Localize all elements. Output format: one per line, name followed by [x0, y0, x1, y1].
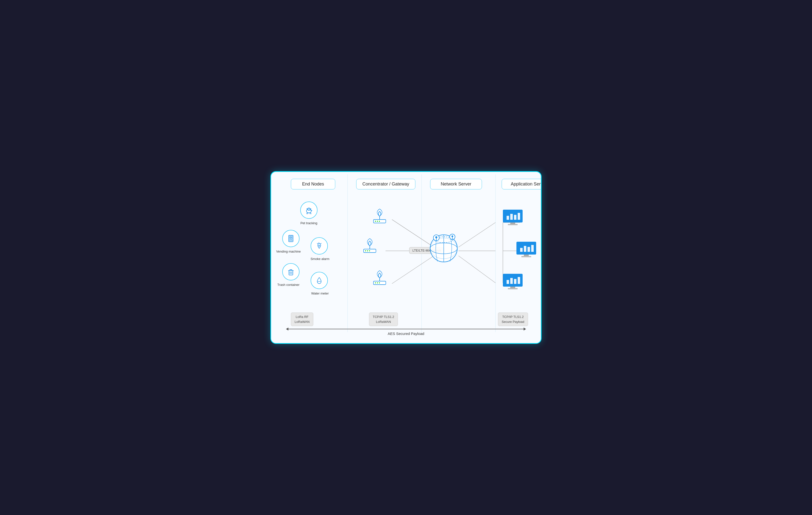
- pet-tracking-label: Pet tracking: [300, 221, 318, 225]
- section-label-app-server: TCP/IP TLS1.2 Secure Payload: [498, 313, 528, 326]
- svg-point-41: [367, 250, 368, 251]
- svg-rect-80: [508, 288, 518, 289]
- header-gateway: Concentrator / Gateway: [356, 179, 415, 189]
- svg-point-35: [375, 221, 376, 222]
- svg-line-15: [307, 209, 308, 209]
- svg-rect-24: [289, 238, 291, 239]
- svg-rect-79: [510, 287, 515, 288]
- svg-point-47: [379, 282, 380, 283]
- svg-rect-62: [518, 213, 520, 220]
- svg-point-45: [375, 282, 376, 283]
- app-monitor-3: [502, 273, 524, 292]
- header-app-label: Application Server: [511, 182, 542, 187]
- gateway-1: [370, 208, 389, 224]
- header-gateway-label: Concentrator / Gateway: [362, 182, 409, 187]
- app-monitor-1: [502, 209, 524, 228]
- svg-point-36: [377, 221, 378, 222]
- diagram-frame: End Nodes Concentrator / Gateway Network…: [270, 171, 542, 344]
- aes-arrow-line: [288, 329, 524, 329]
- svg-rect-68: [524, 246, 526, 252]
- gateway-3: [370, 269, 389, 286]
- svg-line-6: [459, 222, 495, 247]
- section-label-end-nodes: LoRa RF LoRaWAN: [291, 313, 313, 326]
- water-meter-label: Water meter: [309, 292, 331, 295]
- globe-icon: [427, 230, 461, 265]
- svg-rect-69: [527, 247, 530, 252]
- vending-machine-icon: [282, 230, 299, 247]
- trash-container-icon: [282, 263, 299, 280]
- svg-point-56: [452, 236, 453, 237]
- svg-rect-60: [510, 214, 513, 220]
- svg-line-20: [310, 213, 310, 214]
- svg-rect-26: [289, 240, 292, 241]
- header-network-label: Network Server: [441, 182, 471, 187]
- svg-line-8: [459, 256, 495, 283]
- svg-point-46: [377, 282, 378, 283]
- water-meter-icon: [311, 272, 328, 289]
- section-label-gateway: TCP/IP TLS1.2 LoRaWAN: [369, 313, 398, 326]
- smoke-alarm-icon: [311, 237, 328, 254]
- aes-arrow-left: [286, 328, 288, 330]
- svg-point-27: [319, 245, 320, 246]
- header-end-nodes: End Nodes: [291, 179, 335, 189]
- svg-rect-78: [518, 277, 520, 284]
- svg-rect-77: [514, 279, 516, 284]
- svg-line-18: [311, 212, 311, 214]
- smoke-alarm-label: Smoke alarm: [309, 257, 331, 261]
- trash-container-label: Trash container: [276, 283, 301, 287]
- aes-section: AES Secured Payload: [286, 328, 526, 336]
- svg-point-40: [365, 250, 366, 251]
- svg-rect-61: [514, 215, 516, 220]
- svg-line-17: [307, 212, 307, 214]
- svg-point-42: [369, 250, 370, 251]
- svg-rect-72: [521, 256, 531, 257]
- pet-tracking-icon: [300, 201, 318, 219]
- header-end-nodes-label: End Nodes: [302, 182, 324, 187]
- svg-rect-71: [524, 254, 529, 256]
- svg-rect-75: [506, 280, 509, 284]
- svg-point-54: [435, 236, 437, 238]
- header-app-server: Application Server: [502, 179, 542, 189]
- svg-point-13: [307, 209, 311, 213]
- svg-rect-76: [510, 278, 513, 284]
- gateway-2: [360, 237, 380, 253]
- app-monitor-2: [515, 241, 538, 260]
- svg-line-19: [308, 213, 308, 214]
- svg-point-37: [379, 221, 380, 222]
- vending-machine-label: Vending machine: [276, 250, 301, 253]
- svg-rect-64: [508, 224, 518, 225]
- aes-arrow: [286, 328, 526, 330]
- aes-arrow-right: [524, 328, 526, 330]
- aes-label: AES Secured Payload: [286, 331, 526, 336]
- svg-rect-25: [291, 238, 292, 239]
- header-network-server: Network Server: [430, 179, 482, 189]
- svg-rect-67: [520, 248, 523, 252]
- svg-rect-23: [291, 236, 292, 237]
- svg-rect-70: [531, 245, 534, 252]
- svg-line-16: [310, 209, 311, 209]
- svg-rect-22: [289, 236, 291, 237]
- svg-rect-63: [510, 222, 515, 224]
- svg-rect-59: [506, 216, 509, 220]
